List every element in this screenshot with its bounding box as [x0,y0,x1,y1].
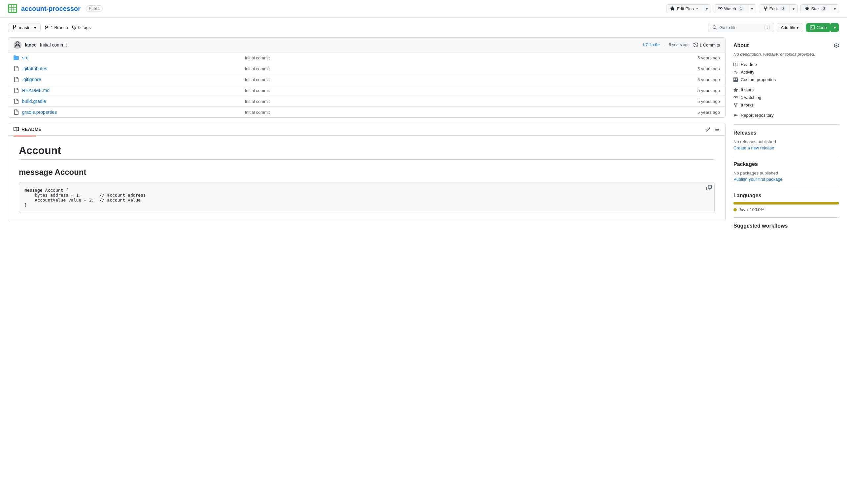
file-name[interactable]: .gitattributes [22,66,242,71]
fork-arrow[interactable]: ▾ [790,5,797,13]
copy-icon[interactable] [706,185,712,191]
table-row[interactable]: gradle.propertiesInitial commit5 years a… [8,107,725,118]
language-bar [733,202,839,204]
readme-link[interactable]: Readme [733,61,839,68]
pin-icon [670,6,675,11]
gear-icon[interactable] [834,43,839,48]
star-small-icon [733,88,738,92]
commits-link[interactable]: 1 Commits [693,42,720,48]
readme-link-label: Readme [741,62,757,67]
readme-header: README [8,123,725,136]
file-name[interactable]: src [22,55,242,60]
fork-count: 0 [780,6,786,11]
suggested-workflows-title: Suggested workflows [733,223,839,229]
lang-name: Java [739,207,748,212]
list-icon[interactable] [715,127,720,132]
fork-small-icon [733,103,738,108]
report-label: Report repository [741,113,774,118]
book-small-icon [733,62,738,67]
table-row[interactable]: .gitattributesInitial commit5 years ago [8,63,725,74]
suggested-workflows-section: Suggested workflows [733,218,839,237]
repo-toolbar: master ▾ 1 Branch 0 Tags Go to file t Ad… [0,17,847,37]
watch-group: Watch 1 ▾ [714,4,756,13]
tags-link[interactable]: 0 Tags [72,25,91,30]
about-desc: No description, website, or topics provi… [733,52,839,57]
packages-title: Packages [733,161,839,167]
branches-link[interactable]: 1 Branch [45,25,68,30]
table-row[interactable]: srcInitial commit5 years ago [8,52,725,63]
folder-icon [14,55,19,60]
add-file-button[interactable]: Add file ▾ [777,23,803,32]
toolbar-right: Go to file t Add file ▾ Code ▾ [708,23,839,32]
history-icon [693,42,698,47]
main-content: lance Initial commit b7fbc0e · 5 years a… [0,37,847,246]
branch-selector[interactable]: master ▾ [8,23,40,32]
file-name[interactable]: build.gradle [22,98,242,104]
commit-bar: lance Initial commit b7fbc0e · 5 years a… [8,38,725,52]
fork-button[interactable]: Fork 0 [759,5,790,13]
file-name[interactable]: .gitignore [22,77,242,82]
file-time: 5 years ago [687,88,720,93]
repo-name[interactable]: account-processor [21,5,81,13]
tag-icon [72,25,76,30]
file-name[interactable]: README.md [22,88,242,93]
no-packages-text: No packages published [733,170,839,176]
watch-arrow[interactable]: ▾ [748,5,756,13]
edit-icon[interactable] [705,127,711,132]
repo-header: account-processor Public Edit Pins ▾ Wat… [0,0,847,17]
stars-stat[interactable]: 0 stars [733,86,839,94]
code-arrow[interactable]: ▾ [831,23,839,32]
readme-body: Account message Account message Account … [8,137,725,221]
repo-logo [8,4,17,13]
packages-section: Packages No packages published Publish y… [733,156,839,187]
code-label: Code [817,25,827,30]
file-time: 5 years ago [687,66,720,71]
readme-title: README [21,127,41,132]
readme-h1: Account [19,144,715,160]
eye-small-icon [733,95,738,100]
edit-pins-arrow[interactable]: ▾ [703,5,711,13]
file-commit-message: Initial commit [245,77,684,82]
watching-stat[interactable]: 1 watching [733,94,839,101]
file-name[interactable]: gradle.properties [22,109,242,115]
report-link[interactable]: Report repository [733,111,839,119]
file-commit-message: Initial commit [245,99,684,104]
readme-actions [705,127,720,132]
branch-icon [12,25,17,30]
commit-time: 5 years ago [669,42,690,47]
languages-section: Languages Java 100.0% [733,187,839,218]
branch-name: master [19,25,32,30]
code-content: message Account { bytes address = 1; // … [24,188,709,208]
lang-percent: 100.0% [750,207,764,212]
readme-h2: message Account [19,167,715,177]
releases-section: Releases No releases published Create a … [733,125,839,156]
file-time: 5 years ago [687,99,720,104]
star-label: Star [811,6,819,11]
table-row[interactable]: README.mdInitial commit5 years ago [8,85,725,96]
publish-package-link[interactable]: Publish your first package [733,177,839,182]
table-row[interactable]: build.gradleInitial commit5 years ago [8,96,725,107]
search-box[interactable]: Go to file t [708,23,774,32]
edit-pins-button[interactable]: Edit Pins [667,5,703,13]
table-row[interactable]: .gitignoreInitial commit5 years ago [8,74,725,85]
star-count: 0 [820,6,827,11]
watch-button[interactable]: Watch 1 [714,5,748,13]
tags-count: 0 Tags [78,25,91,30]
lang-dot-java [733,208,737,212]
star-button[interactable]: Star 0 [801,5,831,13]
watch-count: 1 [738,6,744,11]
custom-props-link[interactable]: Custom properties [733,76,839,84]
activity-link[interactable]: Activity [733,68,839,76]
file-browser: lance Initial commit b7fbc0e · 5 years a… [8,37,726,118]
forks-stat[interactable]: 0 forks [733,101,839,109]
create-release-link[interactable]: Create a new release [733,145,839,150]
visibility-badge: Public [86,5,103,12]
star-arrow[interactable]: ▾ [831,5,839,13]
commit-author[interactable]: lance [25,42,37,48]
code-icon [810,25,815,30]
pulse-icon [733,70,738,74]
stars-count-label: 0 stars [741,87,754,92]
about-section: About No description, website, or topics… [733,37,839,125]
commit-hash[interactable]: b7fbc0e [643,42,660,47]
code-button[interactable]: Code [806,23,831,32]
